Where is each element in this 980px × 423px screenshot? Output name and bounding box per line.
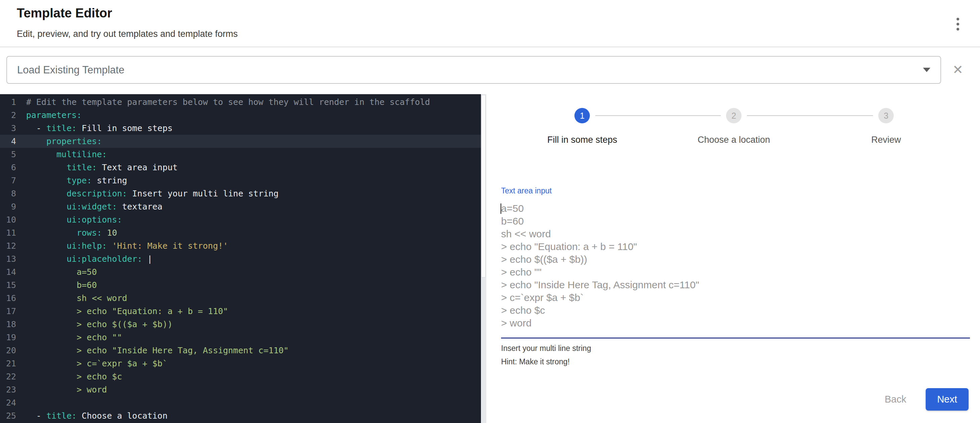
overflow-menu-icon[interactable] bbox=[952, 14, 964, 34]
line-number: 11 bbox=[0, 226, 16, 239]
code-text: ui:placeholder: | bbox=[16, 252, 152, 265]
code-text: ui:widget: textarea bbox=[16, 200, 162, 213]
code-line: 25 - title: Choose a location bbox=[0, 409, 481, 422]
line-number: 22 bbox=[0, 370, 16, 383]
textarea-placeholder-line: > c=`expr $a + $b` bbox=[501, 291, 970, 304]
code-line: 2parameters: bbox=[0, 109, 481, 122]
line-number: 1 bbox=[0, 95, 16, 109]
line-number: 7 bbox=[0, 174, 16, 187]
code-text: title: Text area input bbox=[16, 161, 178, 174]
line-number: 24 bbox=[0, 396, 16, 409]
code-text: > echo $c bbox=[16, 370, 122, 383]
code-line: 3 - title: Fill in some steps bbox=[0, 122, 481, 135]
back-button[interactable]: Back bbox=[875, 388, 916, 410]
code-line: 23 > word bbox=[0, 383, 481, 396]
code-line: 12 ui:help: 'Hint: Make it strong!' bbox=[0, 239, 481, 252]
load-template-select[interactable]: Load Existing Template bbox=[6, 56, 941, 84]
line-number: 19 bbox=[0, 331, 16, 344]
textarea-placeholder-line: > echo "Inside Here Tag, Assignment c=11… bbox=[501, 279, 970, 291]
step-label: Fill in some steps bbox=[547, 135, 617, 145]
next-button[interactable]: Next bbox=[926, 388, 969, 410]
form-preview-pane: 1Fill in some steps2Choose a location3Re… bbox=[486, 94, 980, 423]
yaml-editor[interactable]: 1# Edit the template parameters below to… bbox=[0, 94, 481, 423]
code-text: type: string bbox=[16, 174, 127, 187]
code-text: # Edit the template parameters below to … bbox=[16, 95, 430, 109]
textarea-placeholder-line: > word bbox=[501, 317, 970, 330]
textarea-placeholder-line: > echo $(($a + $b)) bbox=[501, 253, 970, 266]
template-editor-page: Template Editor Edit, preview, and try o… bbox=[0, 0, 980, 423]
editor-code: 1# Edit the template parameters below to… bbox=[0, 95, 481, 422]
text-cursor bbox=[500, 203, 501, 214]
line-number: 9 bbox=[0, 200, 16, 213]
code-line: 5 multiline: bbox=[0, 148, 481, 161]
page-title: Template Editor bbox=[17, 6, 112, 21]
code-line: 17 > echo "Equation: a + b = 110" bbox=[0, 305, 481, 318]
code-text: - title: Fill in some steps bbox=[16, 122, 173, 135]
page-subtitle: Edit, preview, and try out templates and… bbox=[17, 29, 238, 39]
code-text: > echo "Inside Here Tag, Assignment c=11… bbox=[16, 344, 289, 357]
line-number: 5 bbox=[0, 148, 16, 161]
code-line: 18 > echo $(($a + $b)) bbox=[0, 318, 481, 331]
line-number: 20 bbox=[0, 344, 16, 357]
textarea-placeholder-line: > echo "Equation: a + b = 110" bbox=[501, 240, 970, 253]
line-number: 10 bbox=[0, 213, 16, 226]
close-icon[interactable]: ✕ bbox=[950, 62, 966, 78]
code-text: - title: Choose a location bbox=[16, 409, 167, 422]
code-text: multiline: bbox=[16, 148, 107, 161]
code-line: 6 title: Text area input bbox=[0, 161, 481, 174]
code-line: 9 ui:widget: textarea bbox=[0, 200, 481, 213]
step-number-badge: 2 bbox=[726, 108, 741, 124]
line-number: 12 bbox=[0, 239, 16, 252]
code-line: 10 ui:options: bbox=[0, 213, 481, 226]
code-line: 24 bbox=[0, 396, 481, 409]
code-text: properties: bbox=[16, 135, 102, 148]
code-text: > echo "" bbox=[16, 331, 122, 344]
line-number: 3 bbox=[0, 122, 16, 135]
code-text: b=60 bbox=[16, 279, 97, 292]
code-line: 4 properties: bbox=[0, 135, 481, 148]
step-number-badge: 3 bbox=[878, 108, 894, 124]
step-label: Review bbox=[871, 135, 901, 145]
code-line: 19 > echo "" bbox=[0, 331, 481, 344]
code-line: 16 sh << word bbox=[0, 292, 481, 305]
textarea-placeholder-line: sh << word bbox=[501, 228, 970, 240]
code-text: > word bbox=[16, 383, 107, 396]
code-line: 21 > c=`expr $a + $b` bbox=[0, 357, 481, 370]
stepper-step: 3Review bbox=[871, 108, 901, 145]
line-number: 14 bbox=[0, 265, 16, 279]
stepper-step: 1Fill in some steps bbox=[547, 108, 617, 145]
load-template-select-value: Load Existing Template bbox=[17, 64, 124, 76]
line-number: 16 bbox=[0, 292, 16, 305]
code-text: > c=`expr $a + $b` bbox=[16, 357, 167, 370]
editor-scrollbar-thumb[interactable] bbox=[481, 95, 486, 277]
line-number: 6 bbox=[0, 161, 16, 174]
code-line: 11 rows: 10 bbox=[0, 226, 481, 239]
line-number: 4 bbox=[0, 135, 16, 148]
code-line: 14 a=50 bbox=[0, 265, 481, 279]
editor-scrollbar bbox=[481, 94, 486, 423]
stepper: 1Fill in some steps2Choose a location3Re… bbox=[501, 108, 969, 158]
textarea-focus-underline bbox=[501, 337, 970, 339]
code-text: ui:help: 'Hint: Make it strong!' bbox=[16, 239, 228, 252]
textarea-placeholder-line: > echo $c bbox=[501, 304, 970, 317]
code-text: ui:options: bbox=[16, 213, 122, 226]
code-text: > echo "Equation: a + b = 110" bbox=[16, 305, 228, 318]
page-header: Template Editor Edit, preview, and try o… bbox=[0, 0, 980, 47]
multiline-textarea[interactable]: a=50b=60sh << word> echo "Equation: a + … bbox=[501, 202, 970, 330]
textarea-placeholder-line: > echo "" bbox=[501, 266, 970, 279]
code-line: 15 b=60 bbox=[0, 279, 481, 292]
stepper-step: 2Choose a location bbox=[698, 108, 770, 145]
line-number: 25 bbox=[0, 409, 16, 422]
textarea-placeholder-line: a=50 bbox=[501, 202, 970, 215]
code-text: sh << word bbox=[16, 292, 127, 305]
line-number: 21 bbox=[0, 357, 16, 370]
code-text bbox=[16, 396, 26, 409]
line-number: 13 bbox=[0, 252, 16, 265]
line-number: 15 bbox=[0, 279, 16, 292]
step-label: Choose a location bbox=[698, 135, 770, 145]
code-text: > echo $(($a + $b)) bbox=[16, 318, 173, 331]
step-number-badge: 1 bbox=[574, 108, 590, 124]
code-line: 7 type: string bbox=[0, 174, 481, 187]
textarea-placeholder-line: b=60 bbox=[501, 215, 970, 228]
line-number: 17 bbox=[0, 305, 16, 318]
